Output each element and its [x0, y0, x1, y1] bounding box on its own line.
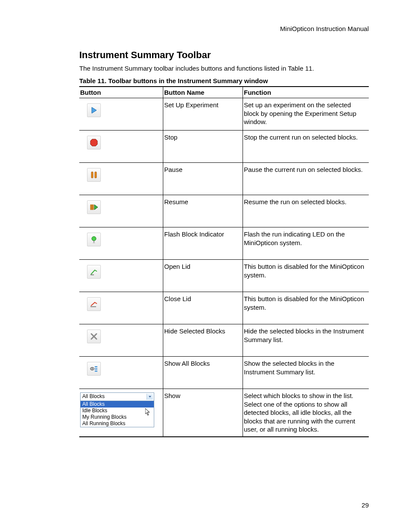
button-function: This button is disabled for the MiniOpti…: [244, 295, 364, 311]
chevron-down-icon[interactable]: [146, 394, 153, 400]
button-name: Show: [164, 392, 181, 399]
pause-icon: [87, 168, 101, 182]
table-row: Close Lid This button is disabled for th…: [79, 292, 369, 324]
table-row: Open Lid This button is disabled for the…: [79, 260, 369, 292]
table-row: Show All Blocks Show the selected blocks…: [79, 357, 369, 389]
svg-point-9: [93, 243, 95, 243]
button-function: Pause the current run on selected blocks…: [244, 166, 363, 173]
show-blocks-dropdown[interactable]: All Blocks All Blocks Idle Blocks My Run…: [80, 392, 154, 427]
dropdown-selected: All Blocks: [82, 393, 105, 400]
open-lid-icon: [87, 265, 101, 279]
button-name: Show All Blocks: [164, 360, 210, 367]
col-header-name: Button Name: [163, 87, 243, 98]
button-name: Flash Block Indicator: [164, 230, 224, 238]
svg-marker-1: [90, 139, 97, 146]
table-caption: Table 11. Toolbar buttons in the Instrum…: [79, 77, 369, 84]
svg-rect-17: [95, 368, 97, 370]
button-function: Set up an experiment on the selected blo…: [244, 101, 356, 125]
dropdown-option[interactable]: All Running Blocks: [81, 420, 154, 427]
dropdown-option[interactable]: Idle Blocks: [81, 408, 154, 414]
running-head: MiniOpticon Instruction Manual: [79, 25, 369, 32]
button-name: Stop: [164, 134, 177, 141]
dropdown-option[interactable]: All Blocks: [81, 401, 154, 408]
svg-marker-0: [92, 107, 97, 113]
svg-rect-2: [91, 172, 93, 178]
button-name: Close Lid: [164, 295, 191, 302]
show-all-blocks-icon: [87, 362, 101, 376]
button-function: Hide the selected blocks in the Instrume…: [244, 327, 364, 343]
svg-marker-19: [149, 396, 151, 398]
table-row: Pause Pause the current run on selected …: [79, 163, 369, 195]
svg-point-7: [92, 236, 96, 241]
button-name: Pause: [164, 166, 183, 173]
toolbar-table: Button Button Name Function Set Up Exper…: [79, 86, 369, 437]
dropdown-list: All Blocks Idle Blocks My Running Blocks…: [81, 401, 154, 427]
col-header-function: Function: [243, 87, 369, 98]
play-icon: [87, 103, 101, 117]
close-lid-icon: [87, 297, 101, 311]
section-title: Instrument Summary Toolbar: [79, 50, 369, 61]
button-function: Flash the run indicating LED on the Mini…: [244, 230, 345, 246]
button-function: This button is disabled for the MiniOpti…: [244, 263, 364, 279]
button-function: Select which blocks to show in the list.…: [244, 392, 355, 433]
button-name: Hide Selected Blocks: [164, 327, 225, 335]
button-name: Open Lid: [164, 263, 190, 270]
col-header-button: Button: [79, 87, 163, 98]
section-intro: The Instrument Summary toolbar includes …: [79, 64, 369, 73]
svg-rect-8: [93, 241, 94, 243]
button-function: Stop the current run on selected blocks.: [244, 134, 358, 141]
table-row: Hide Selected Blocks Hide the selected b…: [79, 324, 369, 357]
svg-rect-3: [95, 172, 97, 178]
resume-icon: [87, 200, 101, 214]
svg-marker-6: [94, 205, 98, 210]
button-function: Show the selected blocks in the Instrume…: [244, 360, 334, 376]
svg-rect-4: [90, 205, 92, 210]
table-row: Flash Block Indicator Flash the run indi…: [79, 227, 369, 260]
button-name: Set Up Experiment: [164, 101, 218, 109]
table-row: All Blocks All Blocks Idle Blocks My Run…: [79, 389, 369, 437]
table-row: Stop Stop the current run on selected bl…: [79, 131, 369, 163]
svg-rect-16: [95, 366, 97, 367]
svg-point-15: [92, 368, 93, 370]
table-row: Set Up Experiment Set up an experiment o…: [79, 98, 369, 131]
table-row: Resume Resume the run on selected blocks…: [79, 195, 369, 227]
button-name: Resume: [164, 198, 188, 205]
hide-blocks-icon: [87, 330, 101, 343]
stop-icon: [87, 136, 101, 149]
svg-rect-18: [95, 370, 97, 372]
button-function: Resume the run on selected blocks.: [244, 198, 346, 205]
svg-rect-5: [92, 205, 93, 210]
dropdown-option[interactable]: My Running Blocks: [81, 414, 154, 420]
flash-indicator-icon: [87, 233, 101, 246]
page-number: 29: [361, 501, 369, 509]
